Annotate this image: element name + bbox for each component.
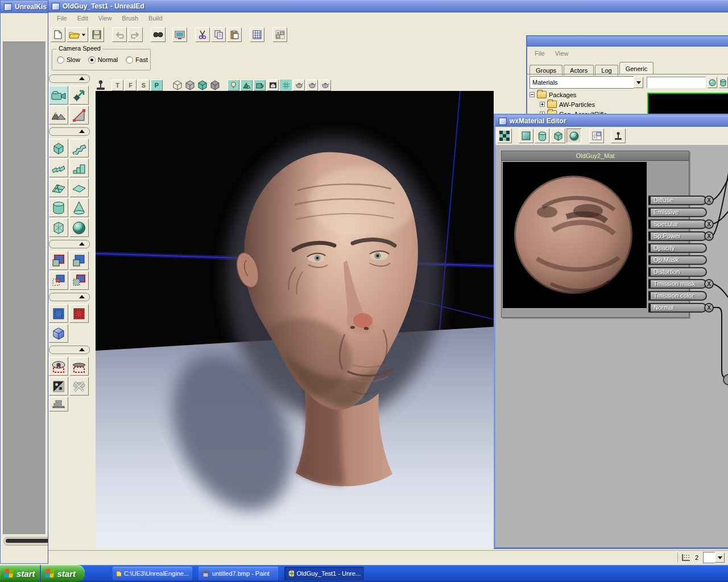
show-static-meshes-button[interactable] [267,80,279,91]
menu-view[interactable]: View [93,13,117,23]
unrealed-titlebar[interactable]: OldGuy_Test1 - UnrealEd [48,0,728,13]
channel-sp-power[interactable]: Sp.PowerX [648,231,707,241]
browser-menu-file[interactable]: File [530,48,550,59]
channel-distortion[interactable]: Distortion [648,267,707,277]
taskbar-button-explorer[interactable]: C:\UE3\UnrealEngine... [113,567,192,580]
collapse-icon[interactable] [530,92,535,97]
tree-label[interactable]: Packages [549,92,576,98]
toolbar-section-header[interactable] [49,240,90,248]
view-perspective-button[interactable]: P [151,80,163,91]
csg-intersect-button[interactable] [49,271,68,290]
spiral-stair-brush-button[interactable] [49,159,68,177]
channel-emissive[interactable]: Emissive [648,207,707,217]
material-editor-titlebar[interactable]: wxMaterial Editor [495,115,728,127]
statusbar-combo-dropdown[interactable] [715,552,725,563]
terrain-mode-button[interactable] [49,106,68,124]
tessellated-sheet-brush-button[interactable] [49,178,68,197]
hide-selected-button[interactable] [69,357,89,376]
menu-edit[interactable]: Edit [72,13,93,23]
channel-tmission-mask[interactable]: Tmission maskX [648,279,707,289]
kismet-canvas[interactable] [3,41,46,535]
generic-browser-titlebar[interactable] [527,36,728,47]
channel-tmission-color[interactable]: Tmission color [648,291,707,301]
disconnect-icon[interactable]: X [704,279,714,289]
start-button[interactable]: start [0,565,40,582]
statusbar-combo-value[interactable] [703,552,715,563]
preview-sphere-mode-button[interactable] [566,128,581,143]
show-selected-button[interactable] [49,357,68,376]
show-terrain-button[interactable] [241,80,253,91]
save-button[interactable] [89,27,104,42]
linear-stair-brush-button[interactable] [69,159,89,177]
preview-plane-button[interactable] [519,128,533,143]
wireframe-cube-icon[interactable] [172,80,183,90]
preview-sphere-button[interactable] [708,77,717,88]
tree-item-packages[interactable]: Packages [530,90,643,99]
lit-cube-icon[interactable] [209,80,221,90]
menu-file[interactable]: File [52,13,72,23]
toolbar-section-header[interactable] [49,293,90,301]
preview-teapot-3-button[interactable] [319,80,331,91]
toolbar-section-header[interactable] [49,74,90,83]
hide-all-button[interactable] [69,377,89,396]
open-file-button[interactable] [67,27,88,42]
preview-cylinder-button[interactable] [535,128,549,143]
csg-deintersect-button[interactable] [69,271,89,290]
resource-type-combobox[interactable]: Materials [530,77,643,88]
snap-grid-button[interactable] [250,27,264,42]
disconnect-icon[interactable]: X [704,303,714,313]
tab-generic[interactable]: Generic [619,62,654,74]
channel-diffuse[interactable]: DiffuseX [648,196,707,205]
open-dropdown-icon[interactable] [82,34,85,36]
unlit-cube-icon[interactable] [184,80,196,90]
show-grid-button[interactable] [280,80,292,91]
browser-windows-button[interactable] [272,27,287,42]
disconnect-icon[interactable]: X [704,196,714,205]
camera-speed-slow-radio[interactable]: Slow [57,56,80,64]
disconnect-icon[interactable]: X [704,219,714,229]
background-toggle-button[interactable] [497,128,512,143]
add-special-brush-button[interactable] [49,304,68,323]
camera-speed-normal-radio[interactable]: Normal [88,56,118,64]
cone-brush-button[interactable] [69,198,89,217]
channel-op-mask[interactable]: Op.Mask [648,255,707,265]
preview-cube-button[interactable] [551,128,565,143]
new-file-button[interactable] [51,27,65,42]
tree-label[interactable]: AW-Particles [559,101,595,108]
invert-selection-button[interactable] [49,377,68,396]
textured-cube-icon[interactable] [197,80,208,90]
preview-teapot-1-button[interactable] [293,80,305,91]
taskbar-button-unrealed[interactable]: OldGuy_Test1 - Unre... [284,567,364,580]
brush-order-button[interactable] [49,397,68,411]
offscreen-node-connector[interactable] [723,375,728,385]
show-sprites-button[interactable] [228,80,239,91]
perspective-viewport[interactable] [96,91,494,548]
find-button[interactable] [151,27,166,42]
browser-menu-view[interactable]: View [550,48,574,59]
toolbar-section-header[interactable] [49,127,90,136]
show-volumes-button[interactable] [254,80,266,91]
cylinder-brush-button[interactable] [49,198,68,217]
paste-button[interactable] [227,27,242,42]
sphere-brush-button[interactable] [69,218,89,237]
camera-mode-button[interactable] [49,86,68,105]
home-grid-button[interactable] [589,128,604,143]
cube-brush-button[interactable] [49,139,68,157]
channel-normal[interactable]: NormalX [648,303,707,313]
view-side-button[interactable]: S [138,80,150,91]
realtime-preview-button[interactable] [611,128,626,143]
csg-add-button[interactable] [49,251,68,270]
geometry-mode-button[interactable] [69,106,89,124]
view-front-button[interactable]: F [125,80,136,91]
volumetric-brush-button[interactable] [49,218,68,237]
camera-speed-fast-radio[interactable]: Fast [126,56,147,64]
view-top-button[interactable]: T [111,80,123,91]
add-volume-button[interactable] [69,304,89,323]
menu-brush[interactable]: Brush [117,13,143,23]
curved-stair-brush-button[interactable] [69,139,89,157]
static-mesh-button[interactable] [49,324,68,343]
cut-button[interactable] [195,27,210,42]
material-node-canvas[interactable]: OldGuy2_Mat [495,145,728,547]
expand-icon[interactable] [540,102,545,107]
toolbar-section-header[interactable] [49,346,90,354]
